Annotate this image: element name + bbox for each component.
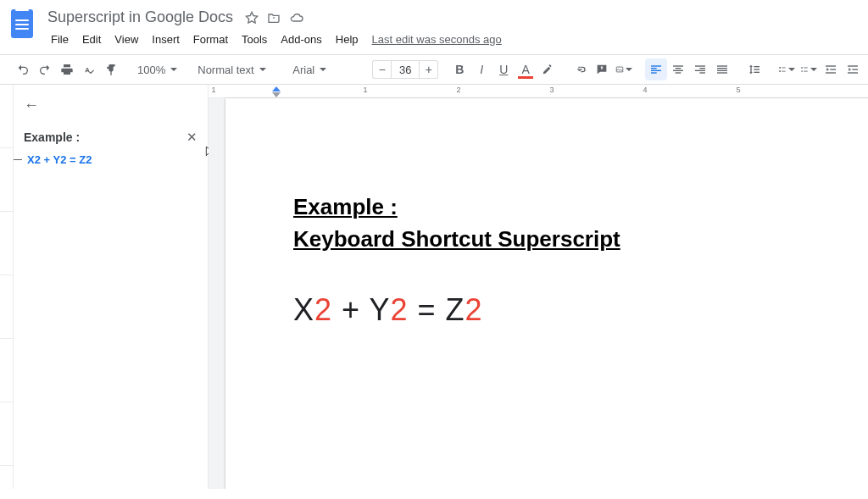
text-color-button[interactable]: A — [515, 58, 537, 80]
svg-rect-34 — [848, 65, 858, 66]
svg-rect-3 — [617, 67, 624, 72]
undo-button[interactable] — [12, 58, 34, 80]
insert-comment-button[interactable] — [591, 58, 613, 80]
svg-rect-29 — [804, 68, 808, 69]
font-size-control: − 36 + — [372, 60, 438, 79]
menu-addons[interactable]: Add-ons — [274, 30, 328, 49]
chevron-down-icon — [170, 68, 177, 71]
menu-insert[interactable]: Insert — [145, 30, 186, 49]
align-left-button[interactable] — [645, 58, 667, 80]
spellcheck-button[interactable] — [78, 58, 100, 80]
menu-bar: File Edit View Insert Format Tools Add-o… — [44, 30, 509, 49]
svg-rect-4 — [651, 65, 661, 66]
equation-op: = — [408, 292, 445, 327]
font-family-dropdown[interactable]: Arial — [287, 58, 362, 80]
ruler-label: 3 — [549, 86, 554, 94]
document-area: 1 1 2 3 4 5 Example : Keyboard Shortcut … — [209, 85, 868, 489]
title-bar: Superscript in Google Docs File Edit Vie… — [0, 0, 868, 49]
outline-panel: ← Example : ✕ X2 + Y2 = Z2 — [14, 85, 209, 489]
docs-app-icon[interactable] — [5, 7, 39, 41]
svg-rect-9 — [676, 68, 682, 69]
chevron-down-icon — [320, 68, 326, 71]
first-line-indent-marker[interactable] — [272, 86, 281, 91]
svg-rect-1 — [601, 67, 604, 68]
text-color-swatch — [518, 76, 533, 79]
zoom-dropdown[interactable]: 100% — [132, 58, 182, 80]
cloud-saved-icon[interactable] — [289, 11, 304, 25]
close-icon[interactable]: ✕ — [186, 130, 198, 145]
italic-button[interactable]: I — [470, 58, 492, 80]
svg-rect-19 — [717, 72, 727, 73]
highlight-color-button[interactable] — [537, 58, 559, 80]
svg-rect-10 — [673, 70, 683, 71]
font-size-input[interactable]: 36 — [391, 60, 420, 79]
move-icon[interactable] — [267, 11, 281, 25]
print-button[interactable] — [56, 58, 78, 80]
paragraph-style-dropdown[interactable]: Normal text — [192, 58, 277, 80]
svg-rect-21 — [754, 69, 760, 69]
font-size-decrease-button[interactable]: − — [372, 60, 391, 79]
document-page[interactable]: Example : Keyboard Shortcut Superscript … — [225, 98, 868, 489]
equation-text[interactable]: X2 + Y2 = Z2 — [293, 292, 868, 328]
svg-rect-13 — [700, 68, 706, 69]
insert-link-button[interactable] — [569, 58, 591, 80]
svg-rect-20 — [754, 66, 760, 67]
bold-button[interactable]: B — [448, 58, 470, 80]
menu-file[interactable]: File — [44, 30, 75, 49]
equation-exp: 2 — [390, 292, 408, 327]
outline-heading[interactable]: Example : — [24, 130, 80, 144]
paint-format-button[interactable] — [100, 58, 122, 80]
svg-rect-36 — [848, 72, 858, 73]
font-family-value: Arial — [292, 64, 314, 76]
svg-rect-31 — [826, 65, 836, 66]
left-indent-marker[interactable] — [272, 92, 281, 97]
svg-rect-2 — [602, 66, 603, 69]
svg-rect-7 — [651, 72, 657, 73]
star-icon[interactable] — [245, 11, 259, 25]
toolbar: 100% Normal text Arial − 36 + B I U A — [0, 54, 868, 85]
font-size-increase-button[interactable]: + — [420, 60, 438, 79]
align-center-button[interactable] — [667, 58, 689, 80]
checklist-button[interactable] — [776, 58, 798, 80]
svg-rect-12 — [695, 65, 705, 66]
svg-rect-35 — [853, 69, 859, 69]
svg-rect-15 — [700, 72, 706, 73]
align-justify-button[interactable] — [711, 58, 733, 80]
redo-button[interactable] — [34, 58, 56, 80]
document-title[interactable]: Superscript in Google Docs — [44, 7, 236, 28]
vertical-ruler[interactable] — [0, 85, 14, 489]
chevron-down-icon — [788, 68, 795, 71]
menu-format[interactable]: Format — [186, 30, 235, 49]
equation-var: X — [293, 292, 314, 327]
menu-edit[interactable]: Edit — [75, 30, 108, 49]
svg-rect-14 — [695, 70, 705, 71]
underline-button[interactable]: U — [492, 58, 515, 80]
chevron-down-icon — [259, 68, 266, 71]
heading-line-1[interactable]: Example : — [293, 191, 868, 224]
menu-view[interactable]: View — [108, 30, 145, 49]
ruler-label: 1 — [363, 86, 367, 94]
horizontal-ruler[interactable]: 1 1 2 3 4 5 — [209, 85, 868, 98]
heading-line-2[interactable]: Keyboard Shortcut Superscript — [293, 224, 868, 256]
last-edit-status[interactable]: Last edit was seconds ago — [365, 30, 509, 49]
decrease-indent-button[interactable] — [820, 58, 842, 80]
ruler-label: 5 — [736, 86, 740, 94]
bulleted-list-button[interactable] — [798, 58, 820, 80]
menu-tools[interactable]: Tools — [235, 30, 274, 49]
workspace: ← Example : ✕ X2 + Y2 = Z2 1 1 2 3 4 5 — [0, 85, 868, 489]
svg-rect-24 — [780, 70, 782, 72]
svg-point-28 — [802, 70, 804, 72]
outline-item[interactable]: X2 + Y2 = Z2 — [27, 153, 92, 166]
svg-rect-25 — [782, 68, 786, 69]
insert-image-button[interactable] — [613, 58, 635, 80]
increase-indent-button[interactable] — [842, 58, 864, 80]
align-right-button[interactable] — [689, 58, 711, 80]
menu-help[interactable]: Help — [329, 30, 365, 49]
paragraph-style-value: Normal text — [198, 64, 253, 76]
equation-var: Z — [446, 292, 465, 327]
outline-back-button[interactable]: ← — [24, 97, 198, 114]
equation-op: + — [332, 292, 369, 327]
svg-point-27 — [802, 67, 804, 69]
line-spacing-button[interactable] — [743, 58, 765, 80]
zoom-value: 100% — [137, 64, 165, 76]
